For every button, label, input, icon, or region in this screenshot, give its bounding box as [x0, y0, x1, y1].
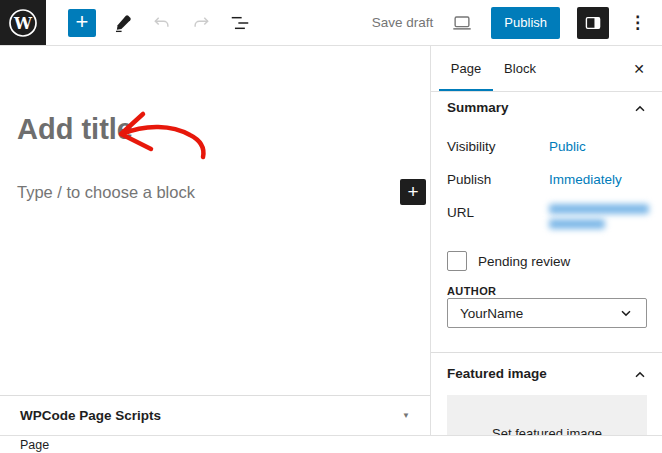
visibility-value-link[interactable]: Public [549, 139, 586, 154]
undo-button[interactable] [150, 11, 174, 35]
tab-block[interactable]: Block [493, 46, 547, 91]
editor-footer: Page [0, 435, 662, 453]
chevron-up-icon [632, 101, 648, 117]
redo-button[interactable] [189, 11, 213, 35]
inline-block-inserter-button[interactable]: + [400, 179, 426, 205]
plus-icon: + [76, 9, 89, 34]
empty-block-input[interactable]: Type / to choose a block [17, 183, 195, 202]
url-redacted-line [549, 204, 649, 214]
author-select[interactable]: YourName [447, 298, 647, 328]
publish-date-value-link[interactable]: Immediately [549, 172, 622, 187]
chevron-up-icon [632, 367, 648, 383]
chevron-down-icon [618, 305, 634, 321]
undo-icon [151, 12, 173, 34]
url-redacted-line [549, 219, 605, 229]
close-sidebar-button[interactable]: ✕ [630, 58, 648, 80]
visibility-label: Visibility [447, 139, 496, 154]
sidebar-panel-icon [582, 12, 604, 34]
options-menu-button[interactable]: ⋮ [626, 12, 649, 33]
pencil-icon [113, 12, 134, 33]
wordpress-icon: W [7, 7, 39, 39]
preview-button[interactable] [450, 11, 474, 35]
set-featured-image-button[interactable]: Set featured image [447, 395, 647, 435]
set-featured-image-label: Set featured image [447, 426, 647, 435]
settings-sidebar-toggle[interactable] [577, 7, 609, 39]
publish-button[interactable]: Publish [491, 7, 560, 39]
summary-section-title: Summary [447, 100, 509, 115]
toolbar-right-group: Save draft Publish ⋮ [372, 7, 662, 39]
publish-date-label: Publish [447, 172, 491, 187]
list-view-icon [229, 12, 251, 34]
red-annotation-arrow [110, 104, 210, 166]
document-overview-button[interactable] [228, 11, 252, 35]
pending-review-label[interactable]: Pending review [478, 254, 570, 269]
settings-sidebar: Page Block ✕ Summary Visibility Public P… [430, 46, 662, 435]
dropdown-triangle-icon: ▼ [402, 411, 410, 420]
tab-page[interactable]: Page [439, 46, 493, 91]
wordpress-editor: W + [0, 0, 662, 453]
wpcode-page-scripts-panel[interactable]: WPCode Page Scripts ▼ [0, 395, 430, 435]
breadcrumb-page[interactable]: Page [20, 438, 49, 452]
block-inserter-toggle[interactable]: + [68, 9, 96, 37]
featured-image-section-title: Featured image [447, 366, 547, 381]
section-divider [431, 352, 662, 353]
editor-toolbar: W + [0, 0, 662, 46]
svg-text:W: W [13, 13, 33, 32]
tools-button[interactable] [111, 11, 135, 35]
featured-image-collapse-button[interactable] [632, 367, 648, 387]
summary-collapse-button[interactable] [632, 101, 648, 121]
plus-icon: + [407, 181, 418, 203]
redo-icon [190, 12, 212, 34]
wpcode-panel-title: WPCode Page Scripts [20, 408, 161, 423]
laptop-icon [451, 12, 473, 34]
editor-canvas: Add title Type / to choose a block + WPC… [0, 46, 430, 435]
save-draft-button[interactable]: Save draft [372, 15, 434, 30]
pending-review-checkbox[interactable] [447, 251, 467, 271]
sidebar-tabs: Page Block ✕ [431, 46, 662, 92]
url-label: URL [447, 205, 474, 220]
wordpress-logo-button[interactable]: W [0, 0, 46, 45]
author-selected-value: YourName [460, 306, 523, 321]
author-field-label: AUTHOR [447, 285, 496, 297]
